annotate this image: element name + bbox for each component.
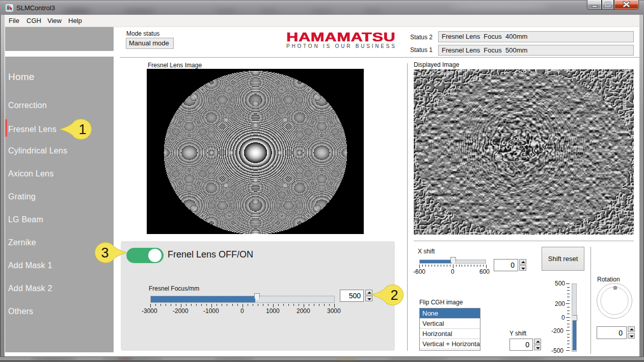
svg-text:2: 2 (390, 288, 398, 303)
svg-text:3: 3 (101, 245, 109, 261)
svg-text:1: 1 (78, 122, 86, 137)
